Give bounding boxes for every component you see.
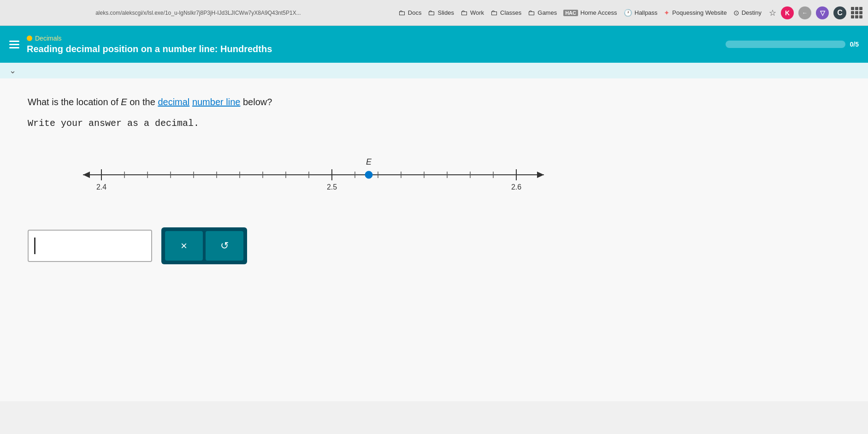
question-middle1: on the	[127, 97, 158, 107]
clock-icon: 🕐	[624, 9, 632, 17]
left-arrow	[83, 172, 90, 178]
browser-action-icons: ☆ K ← ▽ C	[769, 6, 862, 19]
bookmark-games-label: Games	[537, 9, 557, 16]
point-E-label: E	[366, 157, 372, 166]
bookmark-docs[interactable]: 🗀 Docs	[398, 9, 422, 17]
topic-category-text: Decimals	[35, 35, 62, 42]
folder-icon-work: 🗀	[461, 9, 468, 17]
bookmark-hallpass-label: Hallpass	[635, 9, 658, 16]
right-arrow	[537, 172, 544, 178]
question-suffix: below?	[240, 97, 272, 107]
topic-dot	[27, 36, 32, 41]
main-content: What is the location of E on the decimal…	[0, 78, 868, 401]
question-line1: What is the location of E on the decimal…	[28, 95, 840, 109]
number-line-svg: E 2.4 2.5 2.6	[55, 152, 562, 198]
bookmark-work-label: Work	[470, 9, 484, 16]
number-line-container: E 2.4 2.5 2.6	[55, 152, 813, 200]
point-E-dot	[365, 171, 372, 178]
chevron-down-button[interactable]: ⌄	[9, 65, 16, 76]
hamburger-menu[interactable]	[9, 41, 19, 48]
progress-bar	[726, 41, 845, 48]
question-prefix: What is the location of	[28, 97, 121, 107]
answer-section: × ↺	[28, 227, 840, 264]
write-answer-text: Write your answer as a decimal.	[28, 118, 840, 129]
number-line-link[interactable]: number line	[192, 97, 241, 107]
folder-icon-classes: 🗀	[490, 9, 498, 17]
topic-info: Decimals Reading decimal position on a n…	[27, 35, 272, 54]
browser-bar: aleks.com/alekscgi/x/lsl.exe/1o_u-lgNslk…	[0, 0, 868, 26]
progress-section: 0/5	[726, 41, 859, 48]
question-E: E	[121, 97, 127, 107]
clear-button[interactable]: ×	[165, 231, 203, 261]
topic-title: Reading decimal position on a number lin…	[27, 44, 272, 54]
bookmark-poquessing-label: Poquessing Website	[672, 9, 726, 16]
bookmark-work[interactable]: 🗀 Work	[461, 9, 484, 17]
clock-icon-destiny: ⊙	[733, 9, 739, 17]
star-icon-poquessing: ✦	[664, 9, 670, 17]
answer-input-box[interactable]	[28, 230, 152, 262]
bookmark-classes[interactable]: 🗀 Classes	[490, 9, 521, 17]
bookmark-destiny-label: Destiny	[742, 9, 762, 16]
chevron-row: ⌄	[0, 63, 868, 78]
shield-icon[interactable]: ▽	[816, 6, 829, 19]
undo-icon: ↺	[220, 240, 229, 252]
bookmark-slides-label: Slides	[437, 9, 454, 16]
bookmark-homeaccess-label: Home Access	[580, 9, 617, 16]
undo-button[interactable]: ↺	[206, 231, 243, 261]
back-icon[interactable]: ←	[798, 6, 811, 19]
label-2.6: 2.6	[511, 183, 521, 191]
bookmark-poquessing[interactable]: ✦ Poquessing Website	[664, 9, 726, 17]
folder-icon-games: 🗀	[528, 9, 535, 17]
topic-category-label: Decimals	[27, 35, 272, 42]
star-bookmark-icon[interactable]: ☆	[769, 8, 776, 18]
hac-icon: HAC	[563, 10, 578, 16]
bookmark-homeaccess[interactable]: HAC Home Access	[563, 9, 617, 16]
action-buttons-group: × ↺	[161, 227, 247, 264]
clear-icon: ×	[181, 239, 187, 252]
bookmark-slides[interactable]: 🗀 Slides	[428, 9, 454, 17]
grid-icon[interactable]	[851, 7, 862, 18]
topic-header: Decimals Reading decimal position on a n…	[0, 26, 868, 63]
decimal-link[interactable]: decimal	[158, 97, 189, 107]
bookmark-classes-label: Classes	[500, 9, 521, 16]
bookmark-games[interactable]: 🗀 Games	[528, 9, 557, 17]
url-display: aleks.com/alekscgi/x/lsl.exe/1o_u-lgNslk…	[6, 10, 391, 16]
label-2.4: 2.4	[96, 183, 106, 191]
user-k-icon[interactable]: K	[781, 6, 794, 19]
progress-score: 0/5	[850, 41, 859, 48]
folder-icon-slides: 🗀	[428, 9, 435, 17]
text-cursor	[34, 238, 35, 254]
label-2.5: 2.5	[327, 183, 337, 191]
folder-icon: 🗀	[398, 9, 406, 17]
bookmark-docs-label: Docs	[408, 9, 422, 16]
extension-c-icon[interactable]: C	[833, 6, 846, 19]
bookmark-hallpass[interactable]: 🕐 Hallpass	[624, 9, 658, 17]
bookmark-destiny[interactable]: ⊙ Destiny	[733, 9, 762, 17]
